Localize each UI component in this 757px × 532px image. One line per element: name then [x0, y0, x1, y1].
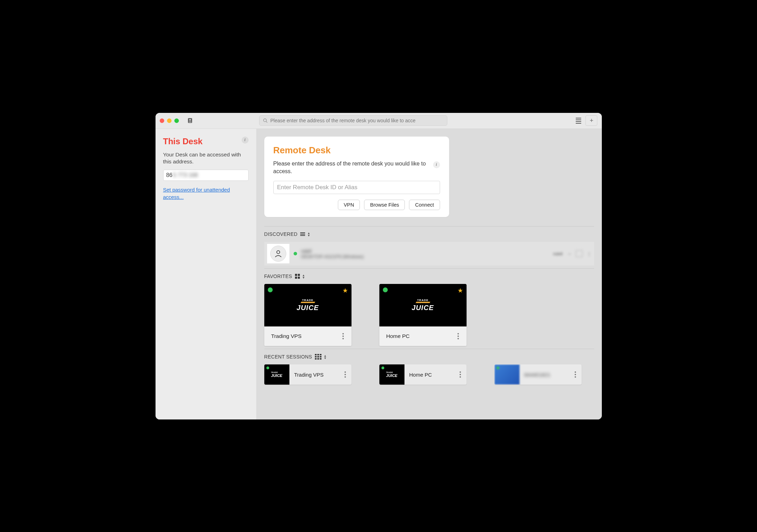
recent-grid: TRADEJUICE Trading VPS TRADEJUICE Home P… [264, 364, 594, 385]
tradejuice-logo: TRADE JUICE [412, 299, 434, 312]
favorite-card[interactable]: ★ TRADE JUICE Home PC [379, 284, 467, 346]
section-title: RECENT SESSIONS [264, 354, 312, 360]
contact-icon[interactable] [186, 116, 194, 125]
compact-list-view-icon[interactable] [315, 354, 321, 360]
address-search-input[interactable] [270, 118, 444, 123]
svg-point-1 [189, 119, 190, 121]
sidebar: This Desk i Your Desk can be accessed wi… [156, 129, 257, 419]
favorite-thumbnail: ★ TRADE JUICE [379, 284, 467, 326]
recent-name: Trading VPS [289, 372, 342, 378]
remote-desk-card: Remote Desk Please enter the address of … [264, 137, 449, 217]
sort-toggle-icon[interactable]: ▴▾ [324, 354, 326, 359]
browse-files-button[interactable]: Browse Files [364, 200, 405, 210]
titlebar: + [156, 113, 602, 129]
section-title: FAVORITES [264, 273, 292, 279]
svg-line-3 [266, 122, 267, 123]
online-status-dot [294, 252, 297, 255]
menu-icon[interactable] [574, 116, 583, 125]
kebab-icon[interactable] [340, 331, 346, 341]
recent-thumbnail [494, 364, 520, 385]
remote-desk-title: Remote Desk [273, 145, 440, 156]
favorites-grid: ★ TRADE JUICE Trading VPS [264, 284, 594, 346]
remote-desk-input[interactable] [273, 181, 440, 194]
online-status-dot [268, 287, 273, 292]
kebab-icon[interactable] [342, 369, 348, 380]
recent-name: 844401821 [520, 372, 573, 378]
kebab-icon[interactable] [457, 369, 463, 380]
online-status-dot [497, 367, 499, 369]
favorite-name: Home PC [386, 333, 410, 339]
discovered-item[interactable]: ndell DESKTOP-AG21F9 (Windows) ndell → ⋮ [264, 242, 594, 265]
favorite-name: Trading VPS [271, 333, 302, 339]
recent-session-card[interactable]: 844401821 [494, 364, 582, 385]
kebab-icon[interactable] [455, 331, 461, 341]
sidebar-description: Your Desk can be accessed with this addr… [163, 151, 249, 166]
avatar [267, 244, 289, 263]
recent-session-card[interactable]: TRADEJUICE Home PC [379, 364, 467, 385]
minimize-window-button[interactable] [167, 118, 172, 123]
this-desk-address-field[interactable]: 865 773 168 [163, 170, 249, 181]
svg-point-2 [264, 119, 266, 122]
discovered-right-label: ndell [553, 251, 562, 256]
discovered-item-text: ndell DESKTOP-AG21F9 (Windows) [301, 248, 364, 259]
info-icon[interactable]: i [242, 137, 249, 144]
recent-session-card[interactable]: TRADEJUICE Trading VPS [264, 364, 351, 385]
info-icon[interactable]: i [433, 161, 440, 168]
section-title: DISCOVERED [264, 231, 298, 237]
sort-toggle-icon[interactable]: ▴▾ [303, 274, 304, 279]
star-icon[interactable]: ★ [342, 287, 348, 294]
recent-thumbnail: TRADEJUICE [379, 364, 404, 385]
arrow-icon[interactable]: → [567, 251, 571, 256]
recent-section-header: RECENT SESSIONS ▴▾ [264, 349, 594, 360]
address-search-bar[interactable] [259, 115, 447, 126]
address-visible: 86 [166, 172, 173, 178]
connect-button[interactable]: Connect [409, 200, 440, 210]
sidebar-title: This Desk [163, 137, 203, 146]
set-password-link[interactable]: Set password for unattended access... [163, 186, 249, 201]
app-window: + This Desk i Your Desk can be accessed … [156, 113, 602, 419]
tradejuice-logo: TRADEJUICE [386, 371, 397, 378]
fullscreen-window-button[interactable] [174, 118, 179, 123]
search-icon [263, 118, 267, 123]
kebab-icon[interactable] [573, 369, 578, 380]
remote-desk-description: Please enter the address of the remote d… [273, 160, 428, 176]
new-tab-button[interactable]: + [585, 115, 597, 126]
discovered-host: DESKTOP-AG21F9 (Windows) [301, 254, 364, 259]
discovered-item-actions: ndell → ⋮ [553, 250, 591, 257]
recent-thumbnail: TRADEJUICE [264, 364, 289, 385]
user-icon [274, 249, 283, 258]
window-controls [160, 118, 179, 123]
tradejuice-logo: TRADE JUICE [297, 299, 319, 312]
close-window-button[interactable] [160, 118, 164, 123]
online-status-dot [266, 367, 269, 369]
online-status-dot [381, 367, 384, 369]
recent-name: Home PC [404, 372, 457, 378]
favorite-card[interactable]: ★ TRADE JUICE Trading VPS [264, 284, 351, 346]
grid-view-icon[interactable] [295, 274, 300, 279]
star-icon[interactable]: ★ [457, 287, 463, 294]
tradejuice-logo: TRADEJUICE [271, 371, 282, 378]
favorites-section-header: FAVORITES ▴▾ [264, 268, 594, 279]
svg-point-4 [277, 251, 280, 254]
sort-toggle-icon[interactable]: ▴▾ [308, 232, 310, 237]
discovered-name: ndell [301, 248, 364, 254]
favorite-thumbnail: ★ TRADE JUICE [264, 284, 351, 326]
discovered-section-header: DISCOVERED ▴▾ [264, 226, 594, 237]
list-view-icon[interactable] [300, 232, 305, 236]
action-box-icon[interactable] [576, 250, 583, 257]
vpn-button[interactable]: VPN [338, 200, 360, 210]
kebab-icon[interactable]: ⋮ [587, 251, 591, 256]
main-content: Remote Desk Please enter the address of … [257, 129, 602, 419]
online-status-dot [383, 287, 388, 292]
address-hidden: 5 773 168 [173, 172, 198, 178]
